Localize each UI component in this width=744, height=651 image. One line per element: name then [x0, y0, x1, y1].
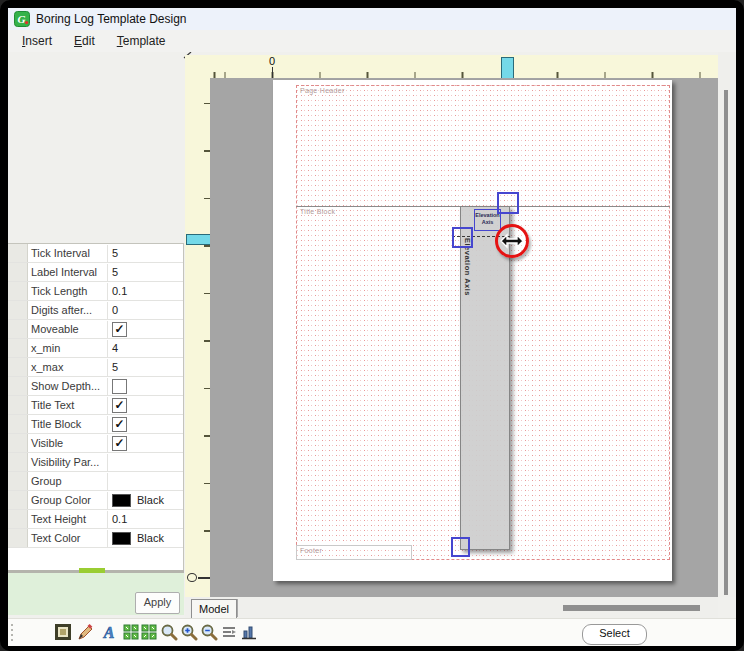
- property-row-moveable[interactable]: Moveable✓: [8, 320, 183, 339]
- text-tool-icon[interactable]: A: [98, 623, 120, 641]
- property-value[interactable]: 0.1: [108, 511, 183, 528]
- vertical-ruler[interactable]: [185, 78, 210, 597]
- properties-panel: Tick Interval5 Label Interval5 Tick Leng…: [8, 243, 184, 573]
- svg-text:A: A: [103, 624, 115, 641]
- template-page[interactable]: Page Header Title Block Footer Elevation…: [273, 80, 672, 581]
- property-row-group[interactable]: Group: [8, 472, 183, 491]
- property-row-label-interval[interactable]: Label Interval5: [8, 263, 183, 282]
- row-margin: [8, 244, 28, 262]
- row-margin: [8, 529, 28, 547]
- selection-handle-bottom[interactable]: [451, 537, 470, 557]
- drag-highlight-circle[interactable]: [495, 224, 529, 258]
- property-value[interactable]: 4: [108, 340, 183, 357]
- apply-button[interactable]: Apply: [135, 592, 180, 614]
- row-margin: [8, 415, 28, 433]
- property-row-text-color[interactable]: Text ColorBlack: [8, 529, 183, 548]
- property-row-tick-interval[interactable]: Tick Interval5: [8, 244, 183, 263]
- footer-label: Footer: [300, 547, 322, 554]
- tab-separator: [237, 599, 238, 617]
- text-color-name: Black: [137, 530, 164, 547]
- menu-bar: Insert Edit Template: [8, 30, 736, 52]
- moveable-checkbox[interactable]: ✓: [112, 322, 127, 337]
- row-margin: [8, 320, 28, 338]
- app-icon: G: [14, 11, 30, 27]
- property-row-x-max[interactable]: x_max5: [8, 358, 183, 377]
- property-value[interactable]: 5: [108, 264, 183, 281]
- title-bar[interactable]: G Boring Log Template Design: [8, 8, 736, 30]
- property-row-tick-length[interactable]: Tick Length0.1: [8, 282, 183, 301]
- property-row-visible[interactable]: Visible✓: [8, 434, 183, 453]
- chart-icon[interactable]: [240, 623, 258, 641]
- property-value[interactable]: 0: [108, 302, 183, 319]
- tab-model[interactable]: Model: [191, 599, 237, 620]
- tab-strip: Model: [185, 597, 718, 619]
- row-margin: [8, 358, 28, 376]
- ruler-zero-tick: [198, 577, 210, 579]
- page-header-label: Page Header: [300, 87, 345, 94]
- pencil-icon[interactable]: [76, 623, 94, 641]
- zoom-icon[interactable]: [160, 623, 178, 641]
- vertical-scrollbar-thumb[interactable]: [724, 90, 728, 595]
- property-row-show-depth[interactable]: Show Depth...: [8, 377, 183, 396]
- property-row-visibility-par[interactable]: Visibility Par...: [8, 453, 183, 472]
- ruler-position-marker[interactable]: [186, 234, 211, 245]
- row-margin: [8, 510, 28, 528]
- row-margin: [8, 453, 28, 471]
- row-margin: [8, 377, 28, 395]
- horizontal-resize-cursor-icon: [500, 233, 524, 249]
- row-margin: [8, 396, 28, 414]
- property-value[interactable]: 5: [108, 359, 183, 376]
- ruler-zero-label: [187, 573, 197, 582]
- zoom-out-icon[interactable]: [200, 623, 218, 641]
- title-block-label: Title Block: [300, 208, 335, 215]
- selection-handle-left[interactable]: [452, 227, 473, 248]
- property-row-group-color[interactable]: Group ColorBlack: [8, 491, 183, 510]
- row-margin: [8, 491, 28, 509]
- toolbar-grip[interactable]: [10, 624, 14, 641]
- app-window: G Boring Log Template Design Insert Edit…: [8, 8, 736, 645]
- row-margin: [8, 301, 28, 319]
- ruler-zero-tick: [272, 67, 274, 78]
- text-color-swatch[interactable]: [112, 532, 131, 545]
- design-canvas[interactable]: Page Header Title Block Footer Elevation…: [210, 78, 718, 597]
- align-list-icon[interactable]: [220, 623, 238, 641]
- green-grid-fit-icon[interactable]: [140, 623, 158, 641]
- row-margin: [8, 472, 28, 490]
- row-margin: [8, 282, 28, 300]
- bottom-toolbar: A: [8, 618, 736, 646]
- title-text-checkbox[interactable]: ✓: [112, 398, 127, 413]
- group-color-swatch[interactable]: [112, 494, 131, 507]
- show-depth-checkbox[interactable]: [112, 379, 127, 394]
- horizontal-scrollbar-thumb[interactable]: [563, 605, 700, 611]
- ruler-position-marker[interactable]: [501, 57, 514, 80]
- title-block-checkbox[interactable]: ✓: [112, 417, 127, 432]
- property-value[interactable]: 0.1: [108, 283, 183, 300]
- property-row-title-block[interactable]: Title Block✓: [8, 415, 183, 434]
- property-row-title-text[interactable]: Title Text✓: [8, 396, 183, 415]
- select-button[interactable]: Select: [582, 624, 647, 645]
- green-grid-icon[interactable]: [122, 623, 140, 641]
- menu-template[interactable]: Template: [107, 31, 176, 51]
- window-title: Boring Log Template Design: [36, 12, 187, 26]
- property-value[interactable]: 5: [108, 245, 183, 262]
- elevation-axis-vertical-label: Elevation Axis: [460, 238, 472, 328]
- row-margin: [8, 434, 28, 452]
- row-margin: [8, 263, 28, 281]
- ruler-zero-label: 0: [259, 55, 285, 67]
- window-frame: G Boring Log Template Design Insert Edit…: [0, 0, 744, 651]
- menu-edit[interactable]: Edit: [64, 31, 105, 51]
- frame-select-icon[interactable]: [54, 623, 72, 641]
- horizontal-ruler[interactable]: 0: [185, 55, 718, 78]
- elevation-axis-label-box[interactable]: Elevation Axis: [474, 209, 501, 231]
- property-row-digits-after[interactable]: Digits after...0: [8, 301, 183, 320]
- property-row-text-height[interactable]: Text Height0.1: [8, 510, 183, 529]
- property-row-x-min[interactable]: x_min4: [8, 339, 183, 358]
- group-color-name: Black: [137, 492, 164, 509]
- menu-insert[interactable]: Insert: [12, 31, 62, 51]
- svg-text:G: G: [18, 13, 26, 25]
- zoom-in-icon[interactable]: [180, 623, 198, 641]
- row-margin: [8, 339, 28, 357]
- visible-checkbox[interactable]: ✓: [112, 436, 127, 451]
